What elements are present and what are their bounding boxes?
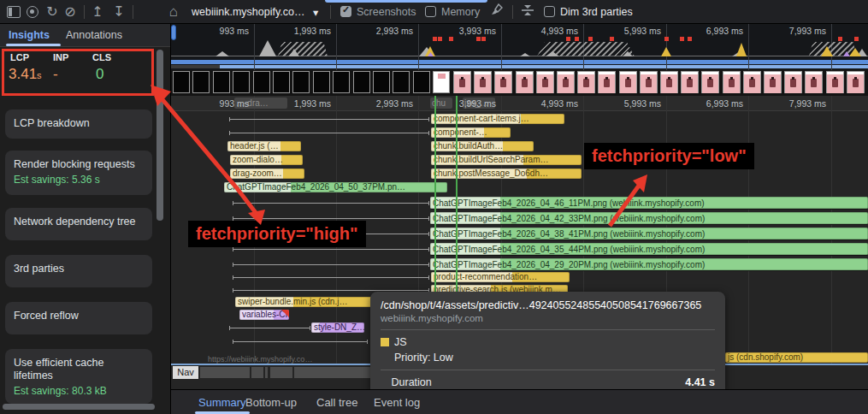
network-request-bar[interactable]: ChatGPTImageFeb4_2026_04_42_33PM.png (we… bbox=[430, 212, 868, 225]
filmstrip-frame[interactable] bbox=[557, 71, 575, 93]
filmstrip-frame[interactable] bbox=[373, 71, 390, 93]
chevron-down-icon[interactable]: ▾ bbox=[313, 6, 318, 19]
filmstrip-frame[interactable] bbox=[516, 71, 534, 93]
filmstrip-frame[interactable] bbox=[805, 71, 823, 93]
download-profile-icon[interactable]: ↧ bbox=[110, 3, 127, 21]
filmstrip-frame[interactable] bbox=[701, 71, 719, 93]
tab-annotations[interactable]: Annotations bbox=[66, 29, 122, 41]
record-icon[interactable] bbox=[27, 6, 38, 18]
overview-tick-label: 7,993 ms bbox=[756, 26, 826, 36]
filmstrip-frame[interactable] bbox=[640, 71, 658, 93]
screenshots-checkbox[interactable] bbox=[340, 6, 351, 17]
frame-product-cap bbox=[627, 77, 629, 80]
bottom-tab-summary[interactable]: Summary bbox=[198, 396, 246, 409]
clear-icon[interactable]: ⊘ bbox=[62, 3, 79, 21]
network-request-bar[interactable]: ChatGPTImageFeb4_2026_04_50_37PM.pn… bbox=[224, 182, 447, 192]
dim-3rd-parties-label: Dim 3rd parties bbox=[560, 6, 633, 18]
network-request-bar[interactable]: chunk.postMessage_Do6dh… bbox=[431, 169, 582, 179]
filmstrip-frame[interactable] bbox=[681, 71, 699, 93]
tab-insights[interactable]: Insights bbox=[9, 29, 50, 41]
filmstrip-frame[interactable] bbox=[192, 71, 210, 93]
insight-card[interactable]: Use efficient cache lifetimesEst savings… bbox=[5, 349, 152, 404]
filmstrip-frame[interactable] bbox=[313, 71, 330, 93]
site-dropdown[interactable]: webiiink.myshopify.co… bbox=[192, 6, 304, 18]
network-request-bar[interactable]: swiper-bundle.min.js (cdn.j… bbox=[235, 297, 372, 307]
upload-profile-icon[interactable]: ↥ bbox=[89, 3, 106, 21]
home-icon[interactable]: ⌂ bbox=[165, 3, 182, 21]
filmstrip-frame[interactable] bbox=[233, 71, 250, 93]
filmstrip-frame[interactable] bbox=[847, 71, 865, 93]
network-request-bar[interactable]: zoom-dialo… bbox=[230, 155, 303, 165]
insight-card[interactable]: Forced reflow bbox=[5, 302, 152, 334]
filmstrip-frame[interactable] bbox=[598, 71, 616, 93]
tooltip-priority: Priority: Low bbox=[394, 352, 715, 364]
filmstrip-frame[interactable] bbox=[743, 71, 761, 93]
bottom-tab-event-log[interactable]: Event log bbox=[374, 396, 420, 409]
network-request-bar[interactable]: js (cdn.shopify.com) bbox=[725, 352, 868, 363]
sidebar-vertical-scrollbar[interactable] bbox=[156, 50, 163, 221]
nav-activity-segment bbox=[200, 367, 250, 378]
sidebar-horizontal-scrollbar[interactable] bbox=[3, 404, 155, 410]
insight-card[interactable]: LCP breakdown bbox=[5, 109, 152, 139]
network-request-bar[interactable]: chunk.buildAuth… bbox=[431, 141, 534, 151]
filmstrip-frame[interactable] bbox=[723, 71, 741, 93]
collapse-tracks-icon[interactable] bbox=[519, 3, 536, 21]
filmstrip-frame[interactable] bbox=[453, 71, 471, 93]
bottom-tab-bottom-up[interactable]: Bottom-up bbox=[245, 396, 297, 409]
reload-icon[interactable]: ↻ bbox=[44, 3, 61, 21]
filmstrip-frame[interactable] bbox=[826, 71, 844, 93]
filmstrip-frame[interactable] bbox=[333, 71, 350, 93]
filmstrip-frame[interactable] bbox=[393, 71, 410, 93]
filmstrip-frame[interactable] bbox=[353, 71, 370, 93]
overview-drag-handle[interactable] bbox=[171, 25, 176, 40]
network-request-bar[interactable]: ChatGPTImageFeb4_2026_04_38_41PM.png (we… bbox=[430, 228, 868, 240]
filmstrip-frame[interactable] bbox=[213, 71, 230, 93]
insight-card[interactable]: Render blocking requestsEst savings: 5.3… bbox=[5, 151, 152, 195]
insight-card[interactable]: 3rd parties bbox=[5, 255, 152, 287]
network-overview-band-2 bbox=[171, 65, 220, 68]
filmstrip-frame[interactable] bbox=[619, 71, 637, 93]
filmstrip-frame[interactable] bbox=[173, 71, 190, 93]
filmstrip-frame[interactable] bbox=[413, 71, 430, 93]
frame-product-cap bbox=[564, 77, 567, 80]
network-request-bar[interactable]: product-recommendation… bbox=[431, 272, 570, 282]
network-request-bar[interactable]: ChatGPTImageFeb4_2026_04_46_11PM.png (we… bbox=[430, 197, 868, 210]
frame-product-bottle bbox=[500, 79, 506, 87]
filmstrip-frame[interactable] bbox=[433, 71, 450, 93]
nav-activity-segment bbox=[265, 367, 268, 378]
toolbar-separator bbox=[512, 5, 513, 19]
network-request-bar[interactable]: component-cart-items.j… bbox=[431, 114, 564, 124]
overview-gridline bbox=[336, 24, 337, 70]
network-request-bar[interactable]: header.js (… bbox=[227, 141, 301, 151]
network-request-bar[interactable]: ChatGPTImageFeb4_2026_04_29_20PM.png (we… bbox=[430, 258, 868, 271]
request-whisker bbox=[229, 326, 310, 330]
filmstrip-frame[interactable] bbox=[494, 71, 512, 93]
filmstrip-frame[interactable] bbox=[536, 71, 554, 93]
network-request-bar[interactable]: chunk.buildUrlSearchParam… bbox=[431, 155, 582, 165]
active-tab-indicator bbox=[325, 0, 487, 3]
filmstrip-frame[interactable] bbox=[253, 71, 270, 93]
nav-track-label[interactable]: Nav bbox=[173, 366, 198, 379]
dim-3rd-parties-checkbox[interactable] bbox=[544, 6, 555, 17]
filmstrip-frame[interactable] bbox=[273, 71, 290, 93]
network-request-bar[interactable]: variables-CI… bbox=[239, 310, 289, 320]
filmstrip-frame[interactable] bbox=[474, 71, 492, 93]
filmstrip-frame[interactable] bbox=[660, 71, 678, 93]
bottom-tab-call-tree[interactable]: Call tree bbox=[316, 396, 357, 409]
filmstrip-frame[interactable] bbox=[292, 71, 310, 93]
filmstrip-frame[interactable] bbox=[764, 71, 782, 93]
layout-shift-marker bbox=[433, 37, 437, 41]
network-request-bar[interactable]: drag-zoom… bbox=[230, 169, 304, 179]
frame-product-cap bbox=[688, 77, 691, 80]
network-request-bar[interactable]: ChatGPTImageFeb4_2026_04_35_44PM.png (we… bbox=[430, 243, 868, 256]
memory-checkbox[interactable] bbox=[425, 6, 436, 17]
network-request-bar[interactable]: component-… bbox=[431, 127, 511, 138]
request-whisker bbox=[233, 340, 368, 344]
filmstrip-frame[interactable] bbox=[784, 71, 802, 93]
network-request-bar[interactable]: style-DN_Z… bbox=[311, 322, 364, 333]
overview-tick-label: 3,993 ms bbox=[426, 26, 496, 36]
filmstrip-frame[interactable] bbox=[577, 71, 595, 93]
garbage-collect-brush-icon[interactable] bbox=[488, 3, 505, 21]
insight-card[interactable]: Network dependency tree bbox=[5, 208, 152, 240]
panel-left-toggle-icon[interactable] bbox=[7, 6, 21, 18]
